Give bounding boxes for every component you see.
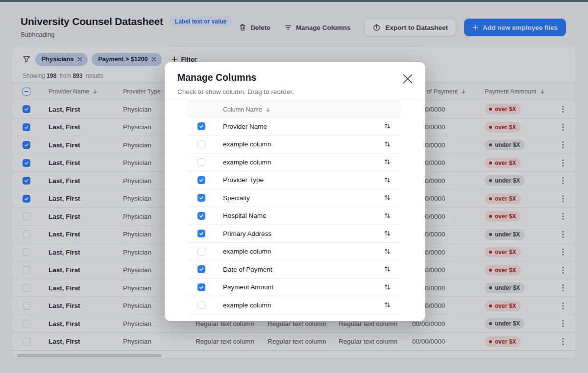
modal-title: Manage Columns [177, 72, 256, 83]
column-visibility-checkbox[interactable] [197, 176, 205, 184]
column-item-label: example column [223, 243, 271, 260]
manage-columns-modal: Manage Columns Check to show column. Dra… [165, 62, 425, 321]
column-list-header: Column Name [188, 101, 400, 117]
column-list-item: Specialty [188, 189, 400, 207]
drag-reorder-icon[interactable] [384, 176, 392, 184]
column-visibility-checkbox[interactable] [197, 230, 205, 237]
column-name-header-label: Column Name [223, 106, 262, 113]
column-list-item: example column [188, 153, 400, 171]
column-visibility-checkbox[interactable] [197, 158, 205, 166]
column-list-item: Provider Name [188, 117, 400, 136]
column-list-item: example column [188, 136, 400, 154]
column-item-label: Provider Type [223, 171, 264, 189]
column-visibility-checkbox[interactable] [197, 248, 205, 256]
column-visibility-checkbox[interactable] [197, 194, 205, 202]
column-item-label: Date of Payment [223, 260, 272, 278]
column-item-label: example column [223, 296, 271, 314]
sort-down-icon[interactable] [265, 107, 271, 113]
column-list-item: Primary Address [188, 225, 400, 243]
drag-reorder-icon[interactable] [384, 158, 392, 166]
column-item-label: Hospital Name [223, 207, 267, 225]
column-visibility-checkbox[interactable] [197, 283, 205, 291]
column-item-label: Specialty [223, 189, 250, 207]
column-list-item: example column [188, 243, 400, 261]
drag-reorder-icon[interactable] [384, 230, 392, 237]
column-list-item: Hospital Name [188, 207, 400, 225]
column-visibility-checkbox[interactable] [197, 212, 205, 220]
column-list-item: Date of Payment [188, 260, 400, 279]
column-visibility-checkbox[interactable] [197, 122, 205, 130]
column-item-label: example column [223, 136, 271, 153]
column-item-label: Primary Address [223, 225, 271, 242]
screen: University Counsel Datasheet Label text … [0, 0, 588, 373]
column-item-label: Payment Amount [223, 279, 273, 296]
drag-reorder-icon[interactable] [384, 265, 392, 273]
close-icon[interactable] [401, 72, 415, 86]
column-visibility-checkbox[interactable] [197, 140, 205, 148]
drag-reorder-icon[interactable] [384, 140, 392, 148]
modal-subtitle: Check to show column. Drag to reorder. [177, 88, 294, 95]
drag-reorder-icon[interactable] [384, 212, 392, 220]
column-list-item: example column [188, 296, 400, 314]
column-visibility-checkbox[interactable] [197, 301, 205, 309]
column-list: Column Name Provider Nameexample columne… [188, 101, 400, 314]
column-item-label: example column [223, 153, 271, 171]
drag-reorder-icon[interactable] [384, 248, 392, 256]
column-visibility-checkbox[interactable] [197, 265, 205, 273]
column-list-item: Payment Amount [188, 279, 400, 297]
drag-reorder-icon[interactable] [384, 301, 392, 309]
drag-reorder-icon[interactable] [384, 194, 392, 202]
column-item-label: Provider Name [223, 117, 267, 135]
drag-reorder-icon[interactable] [384, 283, 392, 291]
drag-reorder-icon[interactable] [384, 122, 392, 130]
column-list-item: Provider Type [188, 171, 400, 189]
